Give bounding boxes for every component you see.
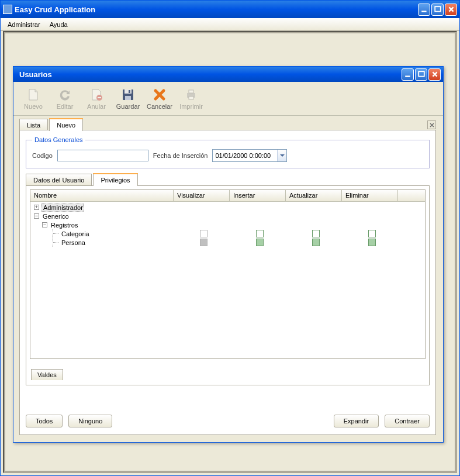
toolbar-label: Anular: [87, 103, 106, 110]
tree-label[interactable]: Generico: [41, 213, 69, 220]
main-minimize-button[interactable]: [418, 4, 430, 16]
privileges-grid: Nombre Visualizar Insertar Actualizar El…: [30, 189, 426, 359]
tree-label[interactable]: Administrador: [41, 203, 84, 212]
ninguno-button[interactable]: Ninguno: [68, 415, 112, 427]
fecha-label: Fecha de Inserción: [153, 152, 208, 159]
dialog-maximize-button[interactable]: [415, 68, 427, 81]
app-icon: [3, 5, 12, 14]
checkbox-insertar[interactable]: [256, 230, 264, 237]
col-header-insertar[interactable]: Insertar: [230, 190, 286, 201]
toolbar-imprimir-button[interactable]: Imprimir: [177, 84, 205, 113]
tree-label[interactable]: Persona: [60, 239, 85, 246]
main-window: Easy Crud Application Administrar Ayuda …: [0, 0, 460, 476]
svg-rect-6: [124, 89, 132, 94]
toolbar-cancelar-button[interactable]: Cancelar: [146, 84, 174, 113]
toolbar-guardar-button[interactable]: Guardar: [114, 84, 142, 113]
tab-lista[interactable]: Lista: [19, 119, 48, 131]
expandir-button[interactable]: Expandir: [334, 415, 379, 427]
todos-button[interactable]: Todos: [26, 415, 63, 427]
toolbar-label: Guardar: [116, 103, 140, 110]
checkbox-visualizar[interactable]: [200, 239, 207, 246]
toolbar-label: Nuevo: [24, 103, 43, 110]
fecha-dropdown-button[interactable]: [277, 150, 286, 161]
toolbar-label: Cancelar: [147, 103, 172, 110]
tree-label[interactable]: Registros: [50, 222, 78, 229]
codigo-label: Codigo: [32, 152, 53, 159]
checkbox-actualizar[interactable]: [312, 239, 320, 246]
subtab-privilegios[interactable]: Privilegios: [93, 174, 137, 186]
privilegios-page: Nombre Visualizar Insertar Actualizar El…: [26, 185, 430, 385]
tree-row-generico[interactable]: − Generico: [32, 212, 424, 220]
tree-connector-icon: [53, 238, 60, 247]
cancel-icon: [153, 88, 167, 102]
checkbox-visualizar[interactable]: [200, 230, 207, 237]
dialog-titlebar[interactable]: Usuarios: [13, 67, 443, 82]
tab-nuevo[interactable]: Nuevo: [49, 119, 83, 131]
col-header-actualizar[interactable]: Actualizar: [286, 190, 342, 201]
svg-rect-1: [435, 6, 441, 11]
toolbar-label: Editar: [57, 103, 74, 110]
datos-generales-legend: Datos Generales: [32, 136, 85, 143]
contraer-button[interactable]: Contraer: [385, 415, 430, 427]
save-icon: [121, 88, 135, 102]
tree-row-registros[interactable]: − Registros: [32, 220, 424, 229]
toolbar-anular-button[interactable]: Anular: [82, 84, 110, 113]
main-close-button[interactable]: [445, 4, 457, 16]
checkbox-actualizar[interactable]: [312, 230, 320, 237]
checkbox-eliminar[interactable]: [368, 239, 376, 246]
subtab-datos-usuario[interactable]: Datos del Usuario: [26, 174, 92, 186]
tree-connector-icon: [53, 229, 60, 238]
expander-minus-icon[interactable]: −: [42, 222, 47, 227]
svg-rect-11: [189, 96, 193, 99]
tree-row-administrador[interactable]: + Administrador: [32, 203, 424, 212]
checkbox-insertar[interactable]: [256, 239, 264, 246]
menu-administrar[interactable]: Administrar: [3, 19, 45, 30]
main-maximize-button[interactable]: [431, 4, 444, 16]
menu-ayuda[interactable]: Ayuda: [45, 19, 72, 30]
tree-row-categoria[interactable]: Categoria: [32, 229, 424, 238]
svg-rect-10: [189, 90, 193, 93]
datos-generales-fieldset: Datos Generales Codigo Fecha de Inserció…: [26, 136, 430, 168]
toolbar-editar-button[interactable]: Editar: [51, 84, 79, 113]
tree-label[interactable]: Categoria: [60, 230, 89, 237]
valdes-tab[interactable]: Valdes: [31, 369, 63, 380]
tab-page-nuevo: Datos Generales Codigo Fecha de Inserció…: [19, 130, 436, 435]
refresh-icon: [58, 88, 72, 102]
dialog-title: Usuarios: [16, 70, 402, 79]
col-header-nombre[interactable]: Nombre: [30, 190, 174, 201]
document-cancel-icon: [89, 88, 103, 102]
toolbar-label: Imprimir: [179, 103, 203, 110]
expander-plus-icon[interactable]: +: [34, 205, 39, 210]
menubar: Administrar Ayuda: [1, 18, 459, 31]
svg-rect-2: [405, 75, 410, 77]
svg-rect-8: [129, 90, 130, 93]
toolbar-nuevo-button[interactable]: Nuevo: [19, 84, 47, 113]
dialog-close-button[interactable]: [428, 68, 441, 81]
app-title: Easy Crud Application: [15, 5, 418, 14]
tab-close-button[interactable]: [427, 120, 436, 129]
dialog-minimize-button[interactable]: [402, 68, 414, 81]
svg-rect-0: [421, 11, 426, 12]
tree-row-persona[interactable]: Persona: [32, 238, 424, 247]
codigo-input[interactable]: [57, 150, 148, 161]
fecha-input[interactable]: [212, 149, 287, 162]
expander-minus-icon[interactable]: −: [34, 213, 39, 219]
toolbar: Nuevo Editar Anular Guardar Cancelar: [13, 82, 443, 116]
print-icon: [184, 88, 198, 102]
document-new-icon: [26, 88, 40, 102]
main-titlebar[interactable]: Easy Crud Application: [1, 1, 459, 18]
col-header-eliminar[interactable]: Eliminar: [342, 190, 398, 201]
svg-rect-3: [419, 71, 424, 76]
svg-rect-7: [125, 96, 131, 100]
chevron-down-icon: [280, 154, 285, 157]
col-header-visualizar[interactable]: Visualizar: [174, 190, 230, 201]
usuarios-dialog: Usuarios Nuevo Editar Anul: [13, 66, 444, 443]
checkbox-eliminar[interactable]: [368, 230, 376, 237]
